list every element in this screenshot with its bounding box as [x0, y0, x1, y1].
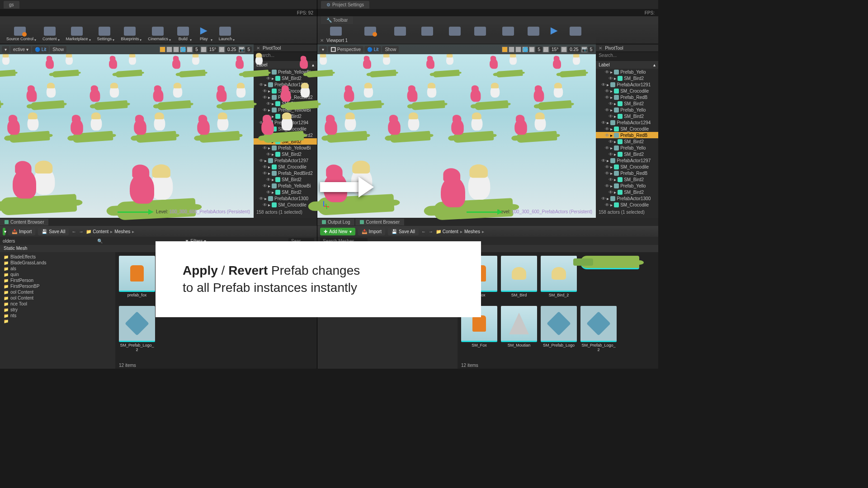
asset-item[interactable]: SM_Bird — [501, 256, 537, 302]
tree-row[interactable]: 👁▸Prefab_Yello — [596, 69, 658, 75]
angle-snap[interactable]: △ — [543, 47, 549, 52]
source-control-button[interactable]: Source Control▾ — [3, 25, 37, 43]
viewport-left[interactable]: ▾ective ▾🔵 LitShow🌐▦5△15°↗0.25📷5 Level: … — [0, 44, 254, 218]
source-folder[interactable]: als — [0, 266, 115, 272]
tree-row[interactable]: 👁▸SM_Bird2 — [596, 113, 658, 119]
tree-row[interactable]: 👁▸SM_Crocodile — [254, 164, 317, 170]
projection-dropdown[interactable]: 🔳 Perspective — [328, 46, 363, 53]
scale-size[interactable]: 0.25 — [226, 47, 238, 52]
angle-size[interactable]: 15° — [550, 47, 560, 52]
tree-row[interactable]: 👁▸PrefabActor1300 — [254, 195, 317, 202]
tree-row[interactable]: 👁▸SM_Bird2 — [596, 138, 658, 145]
source-folder[interactable]: FirstPersonBP — [0, 283, 115, 289]
angle-size[interactable]: 15° — [208, 47, 218, 52]
tree-row[interactable]: 👁▸PrefabActor1291 — [596, 81, 658, 88]
scale-size[interactable]: 0.25 — [568, 47, 580, 52]
tree-row[interactable]: 👁▸SM_Crocodile — [596, 164, 658, 170]
build-button[interactable]: Build▾ — [174, 25, 193, 43]
scale-mode[interactable] — [173, 47, 179, 52]
asset-item[interactable]: SM_Crocodile — [580, 256, 617, 302]
show-dropdown[interactable]: Show — [382, 46, 399, 53]
tree-row[interactable]: 👁▸Prefab_Yello — [596, 183, 658, 189]
pivot-tool-tab[interactable]: PivotTool — [263, 46, 281, 51]
breadcrumb[interactable]: 📁 Content▸Meshes▸ — [86, 229, 136, 234]
source-folder[interactable]: BladeEffects — [0, 254, 115, 260]
show-dropdown[interactable]: Show — [50, 46, 66, 53]
transform-mode[interactable] — [502, 47, 508, 52]
tree-row[interactable]: 👁▸PrefabActor1297 — [596, 157, 658, 164]
tree-row[interactable]: 👁▸SM_Bird2 — [596, 176, 658, 183]
vp-menu[interactable]: ▾ — [319, 46, 327, 53]
source-folder[interactable]: BladeGrassLands — [0, 260, 115, 266]
tree-row[interactable]: 👁▸SM_Bird2 — [254, 176, 317, 183]
import-button[interactable]: 📥 Import — [8, 228, 35, 235]
asset-item[interactable]: SM_Prefab_Logo_2 — [119, 306, 155, 352]
add-new-button-cropped[interactable]: ▾ — [3, 228, 5, 235]
tree-row[interactable]: 👁▸Prefab_RedBird2 — [254, 170, 317, 176]
tree-row[interactable]: 👁▸Prefab_RedB — [596, 132, 658, 138]
tree-row[interactable]: 👁▸PrefabActor1300 — [596, 195, 658, 202]
coord-space[interactable]: 🌐 — [522, 47, 528, 52]
tree-row[interactable]: 👁▸Prefab_YellowBi — [254, 145, 317, 151]
asset-item[interactable]: SM_Prefab_Logo — [541, 306, 577, 352]
tree-row[interactable]: 👁▸SM_Crocodile — [596, 202, 658, 208]
camera-speed[interactable]: 📷 — [239, 47, 245, 52]
scale-snap[interactable]: ↗ — [219, 47, 225, 52]
lit-mode[interactable]: 🔵 Lit — [364, 46, 381, 53]
transform-mode[interactable] — [160, 47, 165, 52]
asset-item[interactable]: SM_Bird_2 — [541, 256, 577, 302]
scale-mode[interactable] — [515, 47, 521, 52]
tree-row[interactable]: 👁▸SM_Bird2 — [254, 189, 317, 195]
settings-button[interactable]: Settings▾ — [94, 25, 116, 43]
nav-back-icon[interactable]: ← — [421, 229, 426, 234]
tree-row[interactable]: 👁▸Prefab_Yello — [596, 145, 658, 151]
output-log-tab[interactable]: Output Log — [317, 219, 354, 225]
vp-menu[interactable]: ▾ — [2, 46, 9, 53]
viewport-tab[interactable]: Viewport 1 — [326, 38, 348, 43]
translate-gizmo[interactable] — [118, 211, 149, 213]
toolbar-tab[interactable]: 🔧 Toolbar — [321, 16, 353, 24]
asset-item[interactable]: SM_Moutian — [501, 306, 537, 352]
lit-mode[interactable]: 🔵 Lit — [32, 46, 49, 53]
source-folder[interactable] — [0, 319, 115, 324]
blueprints-button[interactable]: Blueprints▾ — [117, 25, 142, 43]
save-all-button[interactable]: 💾 Save All — [38, 228, 69, 235]
source-folder[interactable]: quin — [0, 272, 115, 277]
source-folder[interactable]: FirstPerson — [0, 277, 115, 283]
play-button[interactable]: Play▾ — [194, 25, 213, 43]
tree-row[interactable]: 👁▸Prefab_RedB — [596, 94, 658, 100]
outliner-search[interactable]: Search... — [254, 52, 317, 61]
import-button[interactable]: 📥 Import — [358, 228, 385, 235]
camera-speed[interactable]: 📷 — [581, 47, 587, 52]
asset-item[interactable]: SM_Prefab_Logo_2 — [580, 306, 617, 352]
cinematics-button[interactable]: Cinematics▾ — [144, 25, 172, 43]
nav-fwd-icon[interactable]: → — [79, 229, 83, 234]
grid-snap[interactable]: ▦ — [187, 47, 193, 52]
tree-row[interactable]: 👁▸SM_Bird2 — [596, 189, 658, 195]
source-folder[interactable]: nce Tool — [0, 301, 115, 307]
tree-row[interactable]: 👁▸SM_Crocodile — [596, 126, 658, 132]
tree-row[interactable]: 👁▸SM_Bird2 — [596, 75, 658, 81]
tree-row[interactable]: 👁▸PrefabActor1294 — [596, 119, 658, 126]
tree-row[interactable]: 👁▸Prefab_RedB — [596, 170, 658, 176]
tree-row[interactable]: 👁▸SM_Bird2 — [254, 151, 317, 157]
nav-back-icon[interactable]: ← — [71, 229, 76, 234]
tree-row[interactable]: 👁▸Prefab_Yello — [596, 107, 658, 113]
pivot-tool-tab[interactable]: PivotTool — [605, 46, 623, 51]
tree-row[interactable]: 👁▸SM_Crocodile — [254, 202, 317, 208]
tree-row[interactable]: 👁▸Prefab_YellowBi — [254, 183, 317, 189]
outliner-search[interactable]: Search... — [596, 52, 658, 61]
rotate-mode[interactable] — [166, 47, 172, 52]
source-folder[interactable]: stry — [0, 307, 115, 313]
launch-button[interactable]: Launch▾ — [215, 25, 236, 43]
translate-gizmo[interactable] — [467, 211, 498, 213]
scale-snap[interactable]: ↗ — [561, 47, 567, 52]
asset-grid[interactable]: ab_foxSM_BirdSM_Bird_2SM_CrocodileSM_Fox… — [458, 252, 658, 369]
outliner-label-header[interactable]: Label▴ — [596, 61, 658, 69]
tree-row[interactable]: 👁▸SM_Bird2 — [596, 151, 658, 157]
rotate-mode[interactable] — [509, 47, 514, 52]
content-browser-tab[interactable]: Content Browser — [355, 219, 404, 225]
projection-dropdown[interactable]: ective ▾ — [10, 46, 31, 53]
grid-snap[interactable]: ▦ — [529, 47, 535, 52]
sources-panel[interactable]: BladeEffectsBladeGrassLandsalsquinFirstP… — [0, 252, 115, 369]
